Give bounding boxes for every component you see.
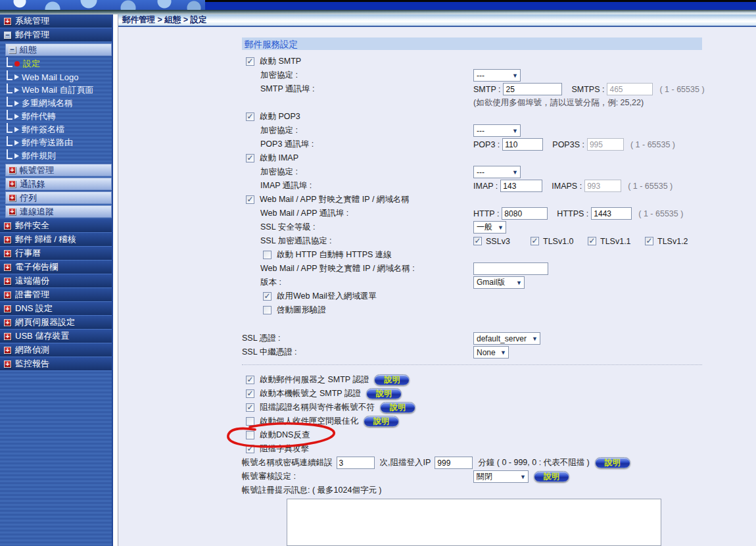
section-divider [242, 364, 702, 365]
tlsv10-label: TLSv1.0 [543, 237, 574, 246]
sidebar-item-mail-admin[interactable]: − 郵件管理 [0, 28, 112, 42]
enable-webmail-mapping-checkbox[interactable]: ✓ [246, 195, 254, 204]
expand-plus-icon[interactable]: + [9, 208, 16, 215]
smtps-port-input[interactable] [607, 83, 653, 95]
help-button[interactable]: 說明 [534, 471, 569, 482]
sidebar-item-mail-relay[interactable]: 郵件代轉 [0, 110, 112, 123]
imap-port-input[interactable] [500, 180, 542, 192]
sidebar-item-usb-storage[interactable]: + USB 儲存裝置 [0, 330, 112, 343]
expand-plus-icon[interactable]: + [9, 180, 16, 187]
expand-plus-icon[interactable]: + [4, 347, 11, 354]
version-select[interactable]: Gmail版 ▼ [473, 276, 525, 289]
pop3-port-label: POP3 通訊埠 : [242, 139, 473, 150]
pop3-port-input[interactable] [502, 138, 543, 151]
mailbox-optimize-checkbox[interactable]: ✓ [246, 417, 254, 426]
sidebar-item-queue[interactable]: + 佇列 [5, 191, 112, 204]
sidebar-item-network-detection[interactable]: + 網路偵測 [0, 343, 112, 357]
sidebar-item-settings[interactable]: 設定 [0, 57, 112, 70]
tlsv12-checkbox[interactable]: ✓ [645, 237, 653, 245]
sidebar-item-connection-tracking[interactable]: + 連線追蹤 [5, 205, 112, 218]
help-button[interactable]: 說明 [380, 402, 415, 413]
smtp-port-input[interactable] [503, 83, 562, 95]
tlsv11-label: TLSv1.1 [600, 237, 631, 246]
domain-menu-label: 啟用Web Mail登入網域選單 [277, 291, 377, 302]
sidebar-item-system-admin[interactable]: + 系統管理 [0, 14, 112, 28]
sidebar-item-mail-archive-audit[interactable]: + 郵件 歸檔 / 稽核 [0, 233, 112, 247]
https-redirect-checkbox[interactable]: ✓ [263, 251, 272, 259]
tree-bracket [7, 123, 12, 133]
sidebar-item-webmail-custom-page[interactable]: Web Mail 自訂頁面 [0, 84, 112, 97]
ssl-cert-select[interactable]: default_server ▼ [473, 332, 540, 345]
expand-plus-icon[interactable]: + [4, 291, 11, 299]
tree-bracket [7, 136, 12, 146]
expand-plus-icon[interactable]: + [9, 194, 16, 201]
sidebar-item-dns-settings[interactable]: + DNS 設定 [0, 302, 112, 316]
imap-port-label: IMAP 通訊埠 : [242, 180, 473, 191]
smtp-auth-local-checkbox[interactable]: ✓ [246, 389, 254, 398]
https-port-input[interactable] [591, 207, 632, 220]
imaps-port-input[interactable] [584, 180, 621, 192]
help-button[interactable]: 說明 [366, 388, 402, 399]
sidebar-item-multi-domain[interactable]: 多重網域名稱 [0, 97, 112, 110]
sidebar-item-monitoring-report[interactable]: + 監控報告 [0, 357, 112, 371]
sidebar-item-webmail-logo[interactable]: Web Mail Logo [0, 70, 112, 84]
enable-smtp-checkbox[interactable]: ✓ [246, 57, 254, 66]
register-hint-textarea[interactable] [287, 499, 661, 546]
expand-plus-icon[interactable]: + [9, 166, 16, 174]
chevron-down-icon: ▼ [512, 72, 518, 79]
tlsv11-checkbox[interactable]: ✓ [588, 237, 596, 245]
sidebar-item-address-book[interactable]: + 通訊錄 [5, 178, 112, 190]
expand-plus-icon[interactable]: + [4, 319, 11, 326]
webmail-mapping-input[interactable] [473, 262, 548, 275]
expand-plus-icon[interactable]: + [4, 360, 11, 368]
enable-imap-checkbox[interactable]: ✓ [246, 154, 254, 162]
sidebar-item-calendar[interactable]: + 行事曆 [0, 247, 112, 261]
block-auth-mismatch-checkbox[interactable]: ✓ [246, 403, 254, 412]
expand-plus-icon[interactable]: + [4, 222, 11, 230]
pop3-encrypt-select[interactable]: --- ▼ [473, 124, 521, 137]
collapse-minus-icon[interactable]: − [4, 32, 11, 39]
http-port-input[interactable] [502, 207, 548, 220]
pop3s-port-input[interactable] [587, 138, 624, 151]
smtp-field-label: SMTP : [473, 85, 500, 94]
imap-encrypt-select[interactable]: --- ▼ [473, 166, 521, 178]
sidebar-item-web-server-settings[interactable]: + 網頁伺服器設定 [0, 316, 112, 330]
expand-plus-icon[interactable]: + [4, 236, 11, 243]
sidebar-item-mail-routing[interactable]: 郵件寄送路由 [0, 136, 112, 149]
selected-value: --- [477, 168, 484, 177]
domain-menu-checkbox[interactable]: ✓ [263, 292, 272, 301]
expand-plus-icon[interactable]: + [4, 264, 11, 271]
expand-plus-icon[interactable]: + [4, 18, 11, 25]
sidebar-item-config-group[interactable]: − 組態 [5, 43, 112, 56]
sidebar-item-account-admin[interactable]: + 帳號管理 [5, 164, 112, 176]
tlsv10-checkbox[interactable]: ✓ [531, 237, 539, 245]
collapse-minus-icon[interactable]: − [9, 46, 16, 53]
block-dictionary-attack-checkbox[interactable]: ✓ [246, 445, 254, 453]
sidebar-item-mail-security[interactable]: + 郵件安全 [0, 219, 112, 233]
account-audit-select[interactable]: 關閉 ▼ [473, 470, 529, 483]
port-range-hint: ( 1 - 65535 ) [638, 209, 683, 218]
lockout-minutes-input[interactable] [435, 457, 473, 469]
block-auth-mismatch-label: 阻擋認證名稱與寄件者帳號不符 [260, 402, 375, 413]
expand-plus-icon[interactable]: + [4, 305, 11, 312]
help-button[interactable]: 說明 [364, 416, 399, 427]
expand-plus-icon[interactable]: + [4, 250, 11, 257]
help-button[interactable]: 說明 [374, 374, 410, 385]
expand-plus-icon[interactable]: + [4, 333, 11, 340]
lockout-errors-input[interactable] [337, 457, 375, 469]
expand-plus-icon[interactable]: + [4, 278, 11, 285]
help-button[interactable]: 說明 [595, 457, 630, 468]
smtp-encrypt-select[interactable]: --- ▼ [473, 69, 521, 82]
ssl-inter-select[interactable]: None ▼ [473, 346, 509, 359]
smtp-auth-server-checkbox[interactable]: ✓ [246, 376, 254, 384]
sidebar-item-mail-rules[interactable]: 郵件規則 [0, 149, 112, 162]
sidebar-item-bulletin-board[interactable]: + 電子佈告欄 [0, 261, 112, 274]
sidebar-item-certificate-admin[interactable]: + 證書管理 [0, 288, 112, 302]
ssl-level-select[interactable]: 一般 ▼ [473, 221, 506, 234]
sidebar-item-remote-backup[interactable]: + 遠端備份 [0, 274, 112, 288]
sidebar-item-mail-signature[interactable]: 郵件簽名檔 [0, 123, 112, 136]
enable-pop3-checkbox[interactable]: ✓ [246, 112, 254, 121]
dns-reverse-checkbox[interactable]: ✓ [246, 431, 254, 439]
captcha-checkbox[interactable]: ✓ [263, 306, 272, 314]
sslv3-checkbox[interactable]: ✓ [473, 237, 482, 245]
